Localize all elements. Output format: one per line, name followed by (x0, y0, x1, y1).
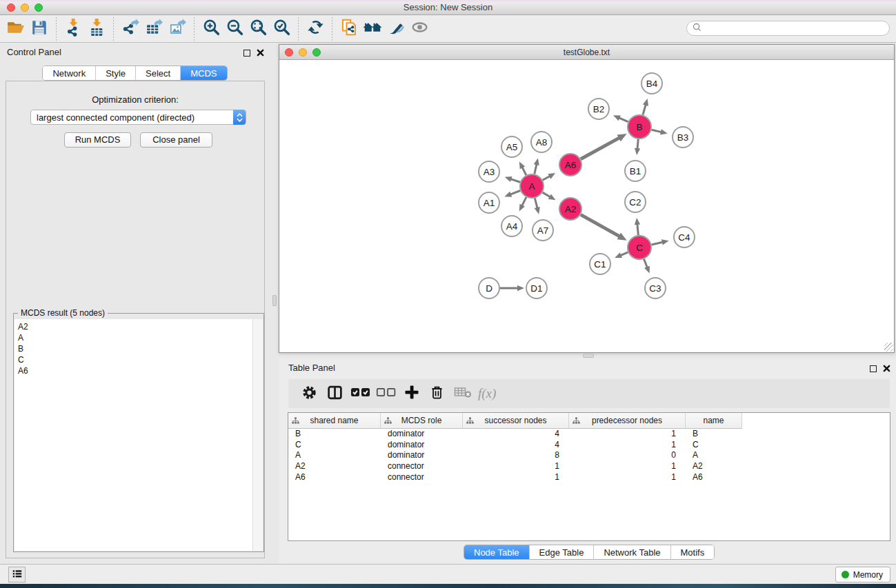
edge-B-B4[interactable] (643, 105, 646, 115)
cell-MCDS-role[interactable]: dominator (381, 450, 463, 461)
vertical-splitter-handle[interactable] (272, 295, 277, 306)
network-node-C3[interactable]: C3 (645, 278, 666, 298)
cell-name[interactable]: A (686, 450, 742, 461)
tab-motifs[interactable]: Motifs (671, 545, 715, 559)
cell-name[interactable]: A6 (686, 472, 742, 483)
cell-successor-nodes[interactable]: 8 (463, 450, 569, 461)
cell-successor-nodes[interactable]: 4 (463, 440, 569, 451)
run-mcds-button[interactable]: Run MCDS (64, 132, 131, 148)
edge-A-A6[interactable] (543, 176, 550, 180)
edge-C-C4[interactable] (652, 242, 663, 245)
network-node-B[interactable]: B (628, 115, 651, 139)
cell-shared-name[interactable]: A2 (288, 461, 381, 472)
network-node-C[interactable]: C (628, 236, 651, 259)
network-node-D1[interactable]: D1 (526, 278, 547, 298)
criterion-dropdown[interactable]: largest connected component (directed) (30, 110, 246, 125)
table-row[interactable]: A6connector11A6 (288, 472, 890, 483)
cell-successor-nodes[interactable]: 4 (463, 429, 569, 440)
tab-edge-table[interactable]: Edge Table (530, 545, 595, 559)
zoom-in-button[interactable] (199, 17, 223, 41)
column-header-successor-nodes[interactable]: successor nodes (463, 413, 569, 429)
edge-A-A4[interactable] (522, 197, 526, 205)
result-list-scrollbar[interactable] (252, 319, 263, 551)
network-node-A[interactable]: A (520, 174, 544, 198)
node-table[interactable]: shared nameMCDS rolesuccessor nodesprede… (288, 412, 890, 541)
table-row[interactable]: A2connector11A2 (288, 461, 890, 472)
network-node-C4[interactable]: C4 (674, 227, 695, 247)
table-row[interactable]: Bdominator41B (288, 429, 890, 440)
network-node-A7[interactable]: A7 (532, 220, 553, 241)
result-list-item[interactable]: A2 (18, 321, 252, 332)
result-list-item[interactable]: A6 (18, 365, 252, 376)
edge-B-B3[interactable] (652, 130, 661, 132)
mcds-result-list[interactable]: A2ABCA6 (14, 319, 252, 551)
save-session-button[interactable] (28, 17, 51, 41)
cell-MCDS-role[interactable]: connector (381, 472, 463, 483)
task-history-button[interactable] (8, 567, 26, 582)
zoom-selected-button[interactable] (270, 17, 293, 41)
network-node-A1[interactable]: A1 (479, 192, 499, 213)
network-canvas[interactable]: AA1A2A3A4A5A6A7A8BB1B2B3B4CC1C2C3C4DD1 (279, 60, 894, 352)
function-builder-button[interactable]: f(x) (475, 382, 496, 405)
window-resize-grip[interactable] (884, 343, 893, 352)
network-node-B4[interactable]: B4 (641, 73, 662, 94)
network-node-B2[interactable]: B2 (588, 99, 609, 119)
network-node-A3[interactable]: A3 (479, 161, 499, 182)
tab-network-table[interactable]: Network Table (594, 545, 670, 559)
settings-gear-button[interactable] (297, 382, 322, 405)
tab-network[interactable]: Network (43, 66, 96, 80)
cell-MCDS-role[interactable]: dominator (381, 429, 463, 440)
delete-column-button[interactable] (424, 382, 450, 405)
cell-successor-nodes[interactable]: 1 (463, 472, 569, 483)
result-list-item[interactable]: A (18, 332, 252, 343)
cell-name[interactable]: A2 (686, 461, 742, 472)
table-row[interactable]: Adominator80A (288, 450, 890, 461)
cell-name[interactable]: C (686, 440, 742, 451)
add-column-button[interactable] (399, 382, 424, 405)
network-node-A8[interactable]: A8 (531, 132, 552, 152)
column-header-shared-name[interactable]: shared name (288, 413, 381, 429)
table-row[interactable]: Cdominator41C (288, 440, 890, 451)
export-network-button[interactable] (119, 17, 142, 41)
edge-C-C3[interactable] (644, 259, 648, 267)
edge-C-C1[interactable] (620, 252, 628, 256)
refresh-layout-button[interactable] (303, 17, 327, 41)
network-node-C2[interactable]: C2 (625, 192, 646, 212)
cell-successor-nodes[interactable]: 1 (463, 461, 569, 472)
select-all-checkboxes-button[interactable] (348, 382, 373, 405)
network-node-A2[interactable]: A2 (559, 198, 581, 220)
network-node-A5[interactable]: A5 (501, 136, 522, 157)
memory-button[interactable]: Memory (835, 567, 890, 582)
table-close-panel-icon[interactable] (883, 363, 890, 375)
cell-shared-name[interactable]: C (288, 440, 381, 451)
close-panel-icon[interactable] (257, 47, 264, 59)
clone-network-button[interactable] (337, 17, 361, 41)
network-node-D[interactable]: D (479, 278, 499, 298)
network-node-C1[interactable]: C1 (590, 254, 610, 274)
edge-A-A2[interactable] (543, 192, 550, 197)
cell-MCDS-role[interactable]: dominator (381, 440, 463, 451)
tab-select[interactable]: Select (136, 66, 181, 80)
cell-name[interactable]: B (686, 429, 742, 440)
tab-node-table[interactable]: Node Table (464, 545, 530, 559)
cell-predecessor-nodes[interactable]: 1 (569, 472, 686, 483)
zoom-out-button[interactable] (223, 17, 246, 41)
home-layout-button[interactable] (361, 17, 384, 41)
zoom-fit-button[interactable] (246, 17, 270, 41)
tab-style[interactable]: Style (96, 66, 136, 80)
edge-A-A8[interactable] (535, 164, 537, 174)
export-table-button[interactable] (142, 17, 166, 41)
column-layout-button[interactable] (322, 382, 348, 405)
column-header-name[interactable]: name (686, 413, 742, 429)
cell-shared-name[interactable]: B (288, 429, 381, 440)
import-table-button[interactable] (85, 17, 108, 41)
float-panel-icon[interactable] (243, 50, 250, 57)
cell-predecessor-nodes[interactable]: 1 (569, 461, 686, 472)
network-node-B1[interactable]: B1 (625, 161, 646, 181)
cell-MCDS-role[interactable]: connector (381, 461, 463, 472)
cell-shared-name[interactable]: A6 (288, 472, 381, 483)
column-header-predecessor-nodes[interactable]: predecessor nodes (569, 413, 686, 429)
edge-C-C2[interactable] (637, 224, 638, 235)
deselect-all-checkboxes-button[interactable] (373, 382, 399, 405)
open-session-button[interactable] (4, 17, 28, 41)
